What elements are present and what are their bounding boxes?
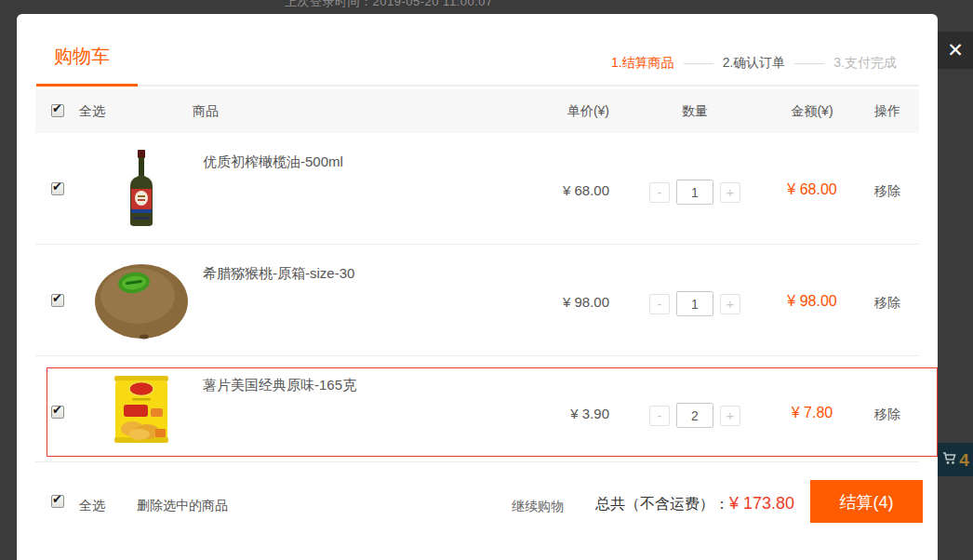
select-all-label: 全选 (79, 89, 105, 133)
page-title: 购物车 (54, 44, 110, 69)
close-button[interactable]: ✕ (938, 32, 973, 69)
product-image-kiwi (90, 245, 193, 355)
cart-count-badge: 4 (959, 451, 969, 469)
increase-button[interactable]: + (720, 294, 740, 314)
total-label: 总共（不含运费）： (595, 496, 729, 512)
last-login-text: 上次登录时间：2019-05-20 11:00:07 (285, 0, 493, 10)
cart-modal: 购物车 1.结算商品 2.确认订单 3.支付完成 ✔ 全选 商品 单价(¥) 数… (17, 14, 938, 560)
col-header-amount: 金额(¥) (770, 89, 854, 133)
line-amount: ¥ 98.00 (770, 293, 854, 310)
step-2-confirm: 2.确认订单 (723, 55, 786, 72)
remove-link[interactable]: 移除 (864, 295, 911, 312)
mini-cart-widget[interactable]: 4 (938, 443, 973, 476)
col-header-action: 操作 (864, 89, 911, 133)
row-checkbox[interactable]: ✔ (51, 294, 64, 307)
footer-select-all-label: 全选 (79, 498, 105, 514)
quantity-stepper: - + (649, 403, 740, 428)
select-all-checkbox[interactable]: ✔ (51, 104, 64, 117)
footer-select-all-checkbox[interactable]: ✔ (51, 495, 64, 508)
table-row: ✔ 希腊猕猴桃-原箱-size-30 ¥ 98.00 - + (35, 245, 919, 356)
decrease-button[interactable]: - (649, 294, 670, 314)
total-value: ¥ 173.80 (729, 494, 794, 513)
quantity-stepper: - + (649, 291, 740, 316)
check-icon: ✔ (52, 493, 62, 506)
step-1-cart: 1.结算商品 (611, 55, 674, 72)
quantity-stepper: - + (649, 180, 740, 205)
unit-price: ¥ 3.90 (500, 406, 609, 421)
step-divider (794, 63, 824, 64)
table-row-highlighted: ✔ 薯片美国经典原味-165 (35, 356, 919, 462)
product-name: 薯片美国经典原味-165克 (203, 377, 356, 394)
tab-underline (36, 85, 919, 87)
col-header-unit-price: 单价(¥) (500, 89, 609, 133)
increase-button[interactable]: + (720, 406, 740, 426)
check-icon: ✔ (52, 180, 62, 193)
checkout-button[interactable]: 结算(4) (810, 480, 923, 523)
row-checkbox[interactable]: ✔ (51, 406, 64, 419)
check-icon: ✔ (52, 292, 62, 305)
unit-price: ¥ 68.00 (500, 182, 609, 198)
quantity-input[interactable] (676, 291, 713, 316)
col-header-quantity: 数量 (649, 89, 740, 133)
quantity-input[interactable] (676, 403, 713, 428)
product-name: 优质初榨橄榄油-500ml (203, 153, 343, 171)
cart-rows: ✔ 优质初榨橄榄油-500ml ¥ 68.00 - (35, 133, 919, 462)
delete-selected-link[interactable]: 删除选中的商品 (137, 498, 228, 514)
close-icon: ✕ (947, 39, 964, 61)
row-checkbox[interactable]: ✔ (51, 182, 64, 195)
cart-footer: ✔ 全选 删除选中的商品 继续购物 总共（不含运费）：¥ 173.80 结算(4… (35, 462, 919, 560)
line-amount: ¥ 68.00 (770, 181, 854, 198)
line-amount: ¥ 7.80 (770, 405, 854, 421)
cart-total: 总共（不含运费）：¥ 173.80 (595, 494, 794, 514)
increase-button[interactable]: + (720, 182, 740, 203)
product-image-olive-oil (90, 133, 193, 244)
decrease-button[interactable]: - (649, 406, 670, 426)
product-image-chips (90, 356, 193, 461)
check-icon: ✔ (52, 102, 62, 115)
col-header-product: 商品 (193, 89, 219, 133)
unit-price: ¥ 98.00 (500, 294, 609, 310)
active-tab-underline (36, 84, 138, 87)
decrease-button[interactable]: - (649, 182, 670, 203)
quantity-input[interactable] (676, 180, 713, 205)
table-header: ✔ 全选 商品 单价(¥) 数量 金额(¥) 操作 (35, 89, 919, 133)
step-divider (684, 63, 713, 64)
remove-link[interactable]: 移除 (864, 407, 911, 423)
remove-link[interactable]: 移除 (864, 183, 911, 200)
checkout-steps: 1.结算商品 2.确认订单 3.支付完成 (611, 55, 897, 72)
table-row: ✔ 优质初榨橄榄油-500ml ¥ 68.00 - (35, 133, 919, 245)
cart-icon (941, 450, 957, 470)
continue-shopping-link[interactable]: 继续购物 (512, 499, 564, 515)
product-name: 希腊猕猴桃-原箱-size-30 (203, 265, 354, 283)
check-icon: ✔ (52, 404, 62, 417)
step-3-pay: 3.支付完成 (833, 55, 897, 72)
